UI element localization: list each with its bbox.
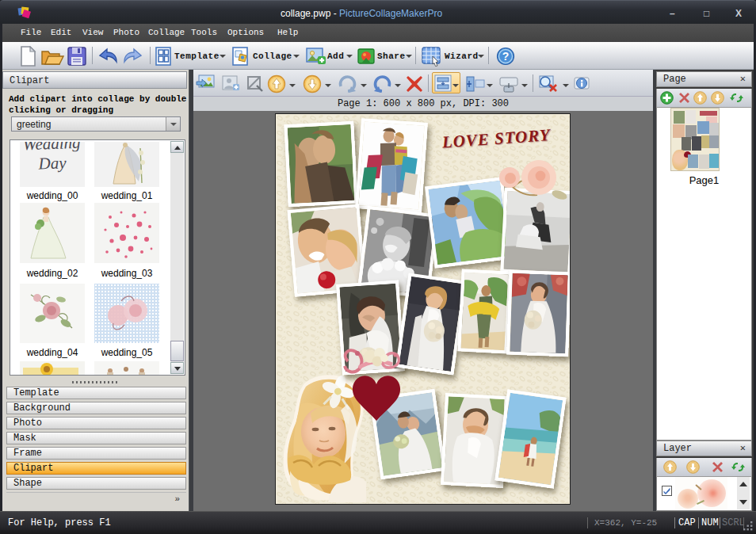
svg-text:?: ?	[502, 50, 510, 63]
